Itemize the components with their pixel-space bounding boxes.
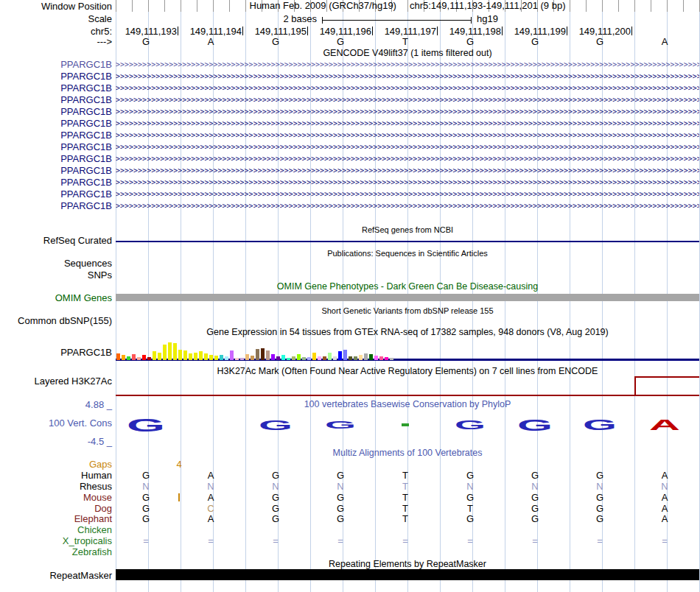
gene-transcript-row[interactable]: >>>>>>>>>>>>>>>>>>>>>>>>>>>>>>>>>>>>>>>>… xyxy=(116,130,699,140)
sequences-label[interactable]: Sequences xyxy=(0,258,112,268)
gtex-bar[interactable] xyxy=(220,355,223,360)
gtex-bar[interactable] xyxy=(374,356,378,360)
gtex-bar[interactable] xyxy=(235,358,239,360)
gtex-bar[interactable] xyxy=(379,356,383,360)
gtex-bar[interactable] xyxy=(163,345,167,360)
gtex-bar[interactable] xyxy=(261,348,265,360)
gene-label[interactable]: PPARGC1B xyxy=(0,107,112,116)
gtex-bar[interactable] xyxy=(183,350,187,360)
insertion-bar[interactable] xyxy=(178,493,180,501)
gene-transcript-row[interactable]: >>>>>>>>>>>>>>>>>>>>>>>>>>>>>>>>>>>>>>>>… xyxy=(116,142,699,152)
gtex-bar[interactable] xyxy=(343,350,347,360)
omim-genes-label[interactable]: OMIM Genes xyxy=(0,293,112,303)
gtex-bar[interactable] xyxy=(287,358,290,360)
gtex-bar[interactable] xyxy=(328,353,332,360)
gtex-bar[interactable] xyxy=(281,355,285,360)
repeatmasker-label[interactable]: RepeatMasker xyxy=(0,571,112,580)
gene-transcript-row[interactable]: >>>>>>>>>>>>>>>>>>>>>>>>>>>>>>>>>>>>>>>>… xyxy=(116,95,699,105)
gtex-bar[interactable] xyxy=(158,353,161,360)
gtex-bar[interactable] xyxy=(173,343,177,360)
gtex-bar[interactable] xyxy=(178,350,182,360)
species-label[interactable]: Elephant xyxy=(0,514,112,524)
gtex-bar[interactable] xyxy=(214,356,218,360)
omim-track-bar[interactable] xyxy=(116,294,699,301)
gene-transcript-row[interactable]: >>>>>>>>>>>>>>>>>>>>>>>>>>>>>>>>>>>>>>>>… xyxy=(116,201,699,211)
gene-label[interactable]: PPARGC1B xyxy=(0,95,112,105)
gtex-bar[interactable] xyxy=(302,357,306,360)
conservation-logo[interactable]: GGGGGGA xyxy=(116,409,699,442)
gtex-bar[interactable] xyxy=(245,354,249,360)
gtex-bar[interactable] xyxy=(194,353,197,360)
gtex-bar[interactable] xyxy=(318,356,321,360)
gtex-bar[interactable] xyxy=(276,356,280,360)
h3k27ac-baseline[interactable] xyxy=(116,395,699,396)
gtex-bar[interactable] xyxy=(147,357,151,360)
gtex-bar[interactable] xyxy=(251,356,254,360)
gtex-bar[interactable] xyxy=(199,351,203,360)
gtex-bar[interactable] xyxy=(292,356,295,360)
gtex-bar[interactable] xyxy=(122,355,125,360)
gtex-bar[interactable] xyxy=(354,356,357,360)
gtex-bar[interactable] xyxy=(297,354,301,360)
gene-label[interactable]: PPARGC1B xyxy=(0,130,112,140)
gtex-bar[interactable] xyxy=(349,356,352,360)
gene-transcript-row[interactable]: >>>>>>>>>>>>>>>>>>>>>>>>>>>>>>>>>>>>>>>>… xyxy=(116,166,699,175)
gtex-bar[interactable] xyxy=(271,354,275,360)
gtex-bar[interactable] xyxy=(323,356,326,360)
gtex-bar[interactable] xyxy=(127,356,130,360)
gtex-bar[interactable] xyxy=(390,358,393,360)
gtex-bar[interactable] xyxy=(142,355,146,360)
gtex-bar[interactable] xyxy=(333,356,337,360)
species-label[interactable]: Human xyxy=(0,471,112,480)
gene-transcript-row[interactable]: >>>>>>>>>>>>>>>>>>>>>>>>>>>>>>>>>>>>>>>>… xyxy=(116,60,699,69)
gtex-bar[interactable] xyxy=(385,357,388,360)
snps-label[interactable]: SNPs xyxy=(0,270,112,280)
repeatmasker-bar[interactable] xyxy=(116,569,699,580)
h3k27ac-label[interactable]: Layered H3K27Ac xyxy=(0,376,112,386)
species-label[interactable]: Rhesus xyxy=(0,482,112,491)
gene-transcript-row[interactable]: >>>>>>>>>>>>>>>>>>>>>>>>>>>>>>>>>>>>>>>>… xyxy=(116,71,699,81)
refseq-track-line[interactable] xyxy=(116,241,699,242)
gtex-bar[interactable] xyxy=(338,351,342,360)
species-label[interactable]: Zebrafish xyxy=(0,547,112,557)
dbsnp-label[interactable]: Common dbSNP(155) xyxy=(0,316,112,325)
gene-label[interactable]: PPARGC1B xyxy=(0,189,112,199)
gtex-bar[interactable] xyxy=(240,358,244,360)
gene-label[interactable]: PPARGC1B xyxy=(0,83,112,93)
gtex-bar[interactable] xyxy=(359,355,363,360)
gtex-bar[interactable] xyxy=(230,350,234,360)
species-label[interactable]: Mouse xyxy=(0,493,112,502)
gtex-baseline[interactable] xyxy=(116,359,699,361)
gtex-bar[interactable] xyxy=(364,353,368,360)
gene-transcript-row[interactable]: >>>>>>>>>>>>>>>>>>>>>>>>>>>>>>>>>>>>>>>>… xyxy=(116,189,699,199)
gene-transcript-row[interactable]: >>>>>>>>>>>>>>>>>>>>>>>>>>>>>>>>>>>>>>>>… xyxy=(116,154,699,163)
species-label[interactable]: X_tropicalis xyxy=(0,536,112,546)
gene-label[interactable]: PPARGC1B xyxy=(0,119,112,128)
gene-label[interactable]: PPARGC1B xyxy=(0,71,112,81)
gtex-bar[interactable] xyxy=(369,354,373,360)
gene-label[interactable]: PPARGC1B xyxy=(0,177,112,187)
gene-transcript-row[interactable]: >>>>>>>>>>>>>>>>>>>>>>>>>>>>>>>>>>>>>>>>… xyxy=(116,83,699,93)
gtex-bar[interactable] xyxy=(116,353,120,360)
gene-transcript-row[interactable]: >>>>>>>>>>>>>>>>>>>>>>>>>>>>>>>>>>>>>>>>… xyxy=(116,107,699,116)
refseq-curated-label[interactable]: RefSeq Curated xyxy=(0,236,112,245)
gene-label[interactable]: PPARGC1B xyxy=(0,166,112,175)
gtex-gene-label[interactable]: PPARGC1B xyxy=(0,348,112,357)
species-label[interactable]: Chicken xyxy=(0,525,112,535)
species-label[interactable]: Dog xyxy=(0,504,112,513)
gene-label[interactable]: PPARGC1B xyxy=(0,142,112,152)
gtex-bar[interactable] xyxy=(189,353,192,360)
gene-label[interactable]: PPARGC1B xyxy=(0,201,112,211)
gtex-bar[interactable] xyxy=(256,349,259,360)
gaps-label[interactable]: Gaps xyxy=(0,459,112,469)
gtex-bar[interactable] xyxy=(225,356,228,360)
gtex-bar[interactable] xyxy=(307,357,311,360)
gtex-bar[interactable] xyxy=(137,357,141,360)
gtex-bar[interactable] xyxy=(266,350,270,360)
gene-label[interactable]: PPARGC1B xyxy=(0,154,112,163)
gene-label[interactable]: PPARGC1B xyxy=(0,60,112,69)
gtex-bar[interactable] xyxy=(312,353,316,360)
gtex-bar[interactable] xyxy=(204,353,208,360)
gtex-bar[interactable] xyxy=(168,342,172,360)
gtex-bar[interactable] xyxy=(153,351,156,360)
